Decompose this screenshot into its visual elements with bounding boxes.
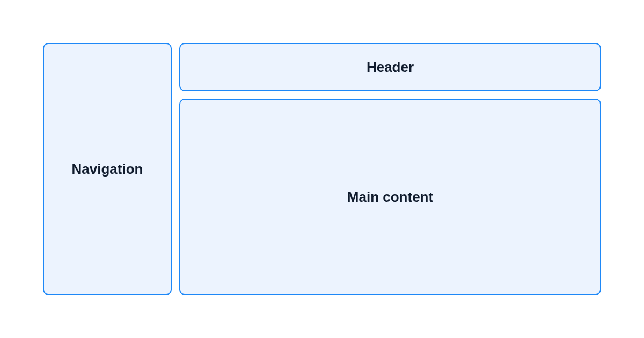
navigation-panel: Navigation [43, 43, 172, 295]
main-content-panel: Main content [179, 99, 601, 295]
right-column: Header Main content [179, 43, 601, 295]
header-label: Header [367, 59, 414, 76]
header-panel: Header [179, 43, 601, 91]
main-content-label: Main content [347, 189, 433, 205]
navigation-label: Navigation [72, 161, 143, 178]
